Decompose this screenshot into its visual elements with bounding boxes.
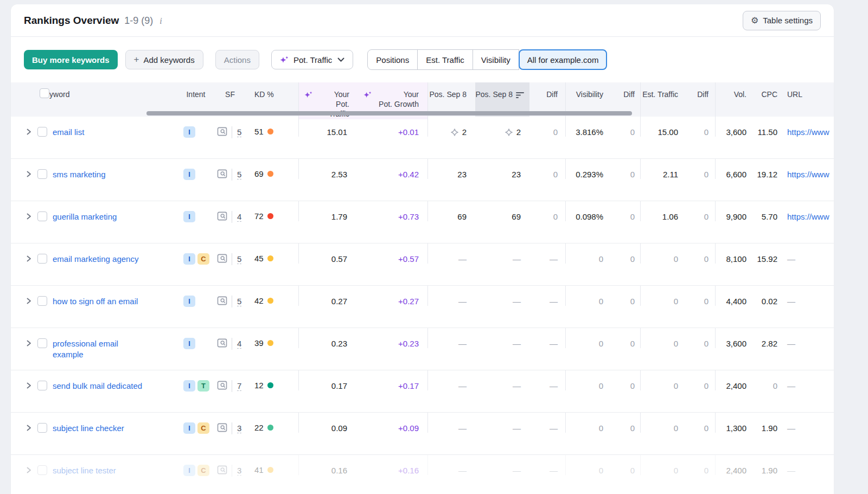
intent-badges: IC xyxy=(179,243,213,265)
keyword-link[interactable]: how to sign off an email xyxy=(53,296,138,307)
metric-selector-dropdown[interactable]: Pot. Traffic xyxy=(271,50,353,69)
cpc-cell: 11.50 xyxy=(752,117,782,137)
expand-chevron-icon[interactable] xyxy=(25,297,33,305)
visibility-cell: 0.293% xyxy=(565,159,608,179)
row-checkbox[interactable] xyxy=(37,423,47,433)
keyword-link[interactable]: email marketing agency xyxy=(53,254,138,265)
expand-chevron-icon[interactable] xyxy=(25,382,33,389)
cpc-cell: 1.90 xyxy=(752,455,782,475)
tab-positions[interactable]: Positions xyxy=(367,49,418,70)
info-icon[interactable]: i xyxy=(158,16,162,26)
url-link[interactable]: — xyxy=(787,339,795,348)
tab-est-traffic[interactable]: Est. Traffic xyxy=(417,49,473,70)
kd-value: 41 xyxy=(254,465,264,474)
expand-chevron-icon[interactable] xyxy=(25,424,33,432)
visibility-cell: 0 xyxy=(565,286,608,306)
table-row: guerilla marketing I 4 72 1.79 +0.73 69 … xyxy=(11,201,834,243)
expand-chevron-icon[interactable] xyxy=(25,213,33,220)
pot-growth-cell: +0.27 xyxy=(358,286,427,306)
url-link[interactable]: — xyxy=(787,297,795,306)
visibility-cell: 0 xyxy=(565,370,608,390)
intent-badge-C: C xyxy=(197,465,209,476)
url-link[interactable]: — xyxy=(787,424,795,433)
url-link[interactable]: https://www xyxy=(787,127,829,137)
url-link[interactable]: — xyxy=(787,254,795,264)
pot-growth-cell: +0.57 xyxy=(358,243,427,264)
pos-date-1-cell: — xyxy=(427,328,475,348)
volume-cell: 1,300 xyxy=(715,413,752,433)
sf-count-link[interactable]: 3 xyxy=(237,466,241,476)
row-checkbox[interactable] xyxy=(37,169,47,179)
keyword-cell: subject line tester xyxy=(11,455,179,476)
keyword-cell: email marketing agency xyxy=(11,243,179,265)
row-checkbox[interactable] xyxy=(37,211,47,221)
url-link[interactable]: https://www xyxy=(787,212,829,221)
sf-count-link[interactable]: 5 xyxy=(237,297,241,306)
intent-badge-I: I xyxy=(183,211,195,222)
url-link[interactable]: — xyxy=(787,381,795,390)
keyword-cell: subject line checker xyxy=(11,413,179,434)
row-checkbox[interactable] xyxy=(37,296,47,306)
est-traffic-diff-cell: 0 xyxy=(686,413,715,433)
kd-dot xyxy=(267,171,273,177)
keyword-link[interactable]: sms marketing xyxy=(53,169,106,180)
est-traffic-cell: 0 xyxy=(640,286,686,306)
kd-cell: 72 xyxy=(247,201,298,221)
buy-more-keywords-button[interactable]: Buy more keywords xyxy=(24,50,118,69)
add-keywords-button[interactable]: + Add keywords xyxy=(125,50,203,69)
tab-visibility[interactable]: Visibility xyxy=(473,49,519,70)
table-settings-button[interactable]: ⚙ Table settings xyxy=(743,11,821,30)
sf-count-link[interactable]: 4 xyxy=(237,212,241,222)
toolbar: Buy more keywords + Add keywords Actions… xyxy=(11,37,834,82)
visibility-diff-cell: 0 xyxy=(608,201,640,221)
header-url[interactable]: URL xyxy=(782,82,834,119)
header-est-traffic[interactable]: Est. Traffic xyxy=(640,82,686,119)
kd-dot xyxy=(267,213,273,219)
add-keywords-label: Add keywords xyxy=(144,55,195,65)
sf-count-link[interactable]: 5 xyxy=(237,170,241,179)
expand-chevron-icon[interactable] xyxy=(25,128,33,136)
cpc-cell: 0.02 xyxy=(752,286,782,306)
est-traffic-diff-cell: 0 xyxy=(686,286,715,306)
sf-count-link[interactable]: 7 xyxy=(237,381,241,391)
header-volume[interactable]: Vol. xyxy=(715,82,752,119)
row-checkbox[interactable] xyxy=(37,381,47,390)
kd-dot xyxy=(267,298,273,304)
keyword-link[interactable]: subject line checker xyxy=(53,423,124,434)
actions-button[interactable]: Actions xyxy=(215,50,259,69)
sf-count-link[interactable]: 3 xyxy=(237,424,241,433)
intent-badges: I xyxy=(179,159,213,180)
keyword-link[interactable]: email list xyxy=(53,127,84,138)
expand-chevron-icon[interactable] xyxy=(25,255,33,262)
keyword-link[interactable]: guerilla marketing xyxy=(53,211,117,222)
kd-value: 22 xyxy=(254,423,264,432)
sf-count-link[interactable]: 5 xyxy=(237,254,241,264)
expand-chevron-icon[interactable] xyxy=(25,466,33,474)
tab-all-for-domain[interactable]: All for example.com xyxy=(519,49,608,70)
keyword-link[interactable]: professional email example xyxy=(53,338,150,361)
header-cpc[interactable]: CPC xyxy=(752,82,782,119)
header-est-traffic-diff[interactable]: Diff xyxy=(686,82,715,119)
keyword-link[interactable]: send bulk mail dedicated xyxy=(53,381,142,392)
expand-chevron-icon[interactable] xyxy=(25,339,33,347)
url-link[interactable]: https://www xyxy=(787,170,829,179)
url-cell: https://www xyxy=(782,159,834,179)
url-cell: https://www xyxy=(782,201,834,221)
keyword-cell: sms marketing xyxy=(11,159,179,180)
select-all-checkbox[interactable] xyxy=(40,88,49,98)
intent-badge-I: I xyxy=(183,422,195,434)
row-checkbox[interactable] xyxy=(37,338,47,348)
horizontal-scrollbar[interactable] xyxy=(146,111,632,116)
keyword-link[interactable]: subject line tester xyxy=(53,465,116,476)
intent-badges: I xyxy=(179,328,213,349)
expand-chevron-icon[interactable] xyxy=(25,170,33,178)
url-link[interactable]: — xyxy=(787,466,795,475)
intent-badge-C: C xyxy=(197,253,209,265)
serp-features-icon xyxy=(217,127,227,138)
row-checkbox[interactable] xyxy=(37,254,47,264)
sf-count-link[interactable]: 5 xyxy=(237,127,241,137)
pos-date-2-cell: — xyxy=(475,455,529,475)
row-checkbox[interactable] xyxy=(37,127,47,137)
row-checkbox[interactable] xyxy=(37,465,47,475)
sf-count-link[interactable]: 4 xyxy=(237,339,241,349)
